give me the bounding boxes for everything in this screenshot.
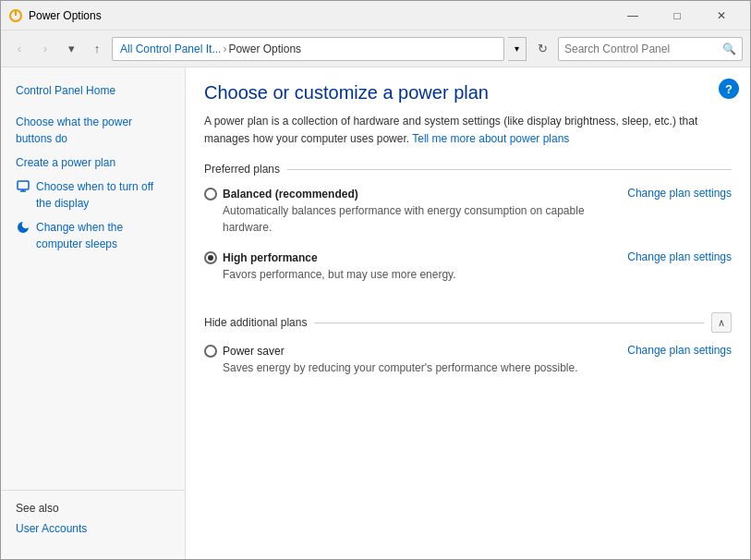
power-saver-plan-name-row: Power saver — [204, 344, 627, 358]
main-window: Power Options — □ ✕ ‹ › ▾ ↑ All Control … — [0, 0, 751, 560]
balanced-plan-row: Balanced (recommended) Automatically bal… — [204, 187, 732, 239]
power-saver-plan-desc: Saves energy by reducing your computer's… — [223, 359, 627, 376]
sidebar-item-create-power-plan[interactable]: Create a power plan — [1, 151, 185, 175]
high-performance-plan-desc: Favors performance, but may use more ene… — [223, 266, 627, 283]
forward-button[interactable]: › — [34, 38, 56, 60]
address-bar: ‹ › ▾ ↑ All Control Panel It... › Power … — [1, 30, 750, 67]
sidebar-footer-user-accounts[interactable]: User Accounts — [16, 520, 170, 537]
search-icon: 🔍 — [722, 43, 736, 55]
sidebar-nav: Control Panel Home Choose what the power… — [1, 79, 185, 490]
high-performance-change-link[interactable]: Change plan settings — [627, 250, 732, 263]
high-performance-plan-name: High performance — [223, 251, 318, 264]
close-button[interactable]: ✕ — [700, 2, 743, 30]
high-performance-radio[interactable] — [204, 251, 217, 264]
page-description: A power plan is a collection of hardware… — [204, 113, 732, 148]
path-separator: › — [223, 43, 226, 55]
sidebar-item-change-sleep[interactable]: Change when the computer sleeps — [1, 215, 185, 256]
back-button[interactable]: ‹ — [8, 38, 30, 60]
power-saver-radio[interactable] — [204, 345, 217, 358]
preferred-plans-label: Preferred plans — [204, 163, 280, 176]
additional-plans-toggle[interactable]: ∧ — [711, 312, 732, 333]
search-box: 🔍 — [558, 37, 743, 61]
power-saver-change-link[interactable]: Change plan settings — [627, 344, 732, 357]
content-area: ? Choose or customize a power plan A pow… — [186, 67, 750, 559]
sidebar-link-change-sleep[interactable]: Change when the computer sleeps — [36, 219, 170, 252]
main-area: Control Panel Home Choose what the power… — [1, 67, 750, 559]
window-title: Power Options — [29, 9, 612, 22]
page-title: Choose or customize a power plan — [204, 82, 732, 103]
balanced-plan-desc: Automatically balances performance with … — [223, 202, 627, 236]
sidebar-item-choose-display-off[interactable]: Choose when to turn off the display — [1, 175, 185, 215]
refresh-button[interactable]: ↻ — [530, 37, 554, 61]
path-dropdown-button[interactable]: ▾ — [508, 37, 527, 61]
power-saver-plan-name: Power saver — [223, 345, 285, 358]
preferred-divider — [287, 169, 732, 170]
additional-plans-label: Hide additional plans — [204, 316, 307, 329]
monitor-icon — [16, 179, 30, 194]
address-path: All Control Panel It... › Power Options — [112, 37, 504, 61]
sidebar: Control Panel Home Choose what the power… — [1, 67, 186, 559]
balanced-plan-info: Balanced (recommended) Automatically bal… — [204, 187, 627, 236]
learn-more-link[interactable]: Tell me more about power plans — [412, 132, 569, 145]
sidebar-link-choose-display-off[interactable]: Choose when to turn off the display — [36, 178, 170, 212]
balanced-change-link[interactable]: Change plan settings — [627, 187, 732, 200]
high-performance-plan-row: High performance Favors performance, but… — [204, 250, 732, 286]
path-part1[interactable]: All Control Panel It... — [120, 43, 221, 55]
search-input[interactable] — [564, 43, 722, 55]
maximize-button[interactable]: □ — [656, 2, 698, 30]
high-performance-plan-info: High performance Favors performance, but… — [204, 250, 627, 283]
window-controls: — □ ✕ — [612, 2, 743, 30]
help-button[interactable]: ? — [719, 79, 739, 99]
up-button[interactable]: ↑ — [86, 38, 108, 60]
power-saver-plan-info: Power saver Saves energy by reducing you… — [204, 344, 627, 376]
see-also-label: See also — [16, 502, 170, 515]
sidebar-item-control-panel-home[interactable]: Control Panel Home — [1, 79, 185, 103]
path-part2: Power Options — [228, 43, 301, 55]
additional-divider — [314, 323, 704, 323]
preferred-plans-section-header: Preferred plans — [204, 163, 732, 176]
title-bar: Power Options — □ ✕ — [1, 1, 750, 30]
power-saver-plan-row: Power saver Saves energy by reducing you… — [204, 344, 732, 380]
sidebar-item-choose-power-buttons[interactable]: Choose what the power buttons do — [1, 110, 185, 151]
window-icon — [8, 8, 23, 23]
additional-plans-section-header: Hide additional plans ∧ — [204, 312, 732, 333]
balanced-radio[interactable] — [204, 188, 217, 201]
high-performance-plan-name-row: High performance — [204, 250, 627, 264]
balanced-plan-name: Balanced (recommended) — [223, 188, 358, 201]
dropdown-nav-button[interactable]: ▾ — [60, 38, 82, 60]
minimize-button[interactable]: — — [612, 2, 654, 30]
sidebar-footer: See also User Accounts — [1, 490, 185, 548]
balanced-plan-name-row: Balanced (recommended) — [204, 187, 627, 201]
sleep-icon — [16, 220, 30, 235]
svg-rect-2 — [18, 181, 29, 189]
